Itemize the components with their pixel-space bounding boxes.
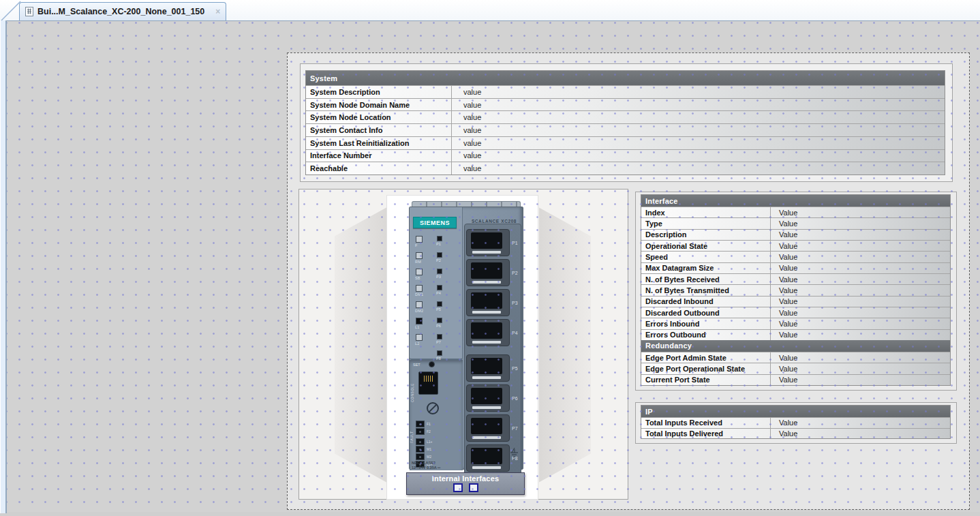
table-row: System Contact Infovalue bbox=[306, 123, 945, 136]
terminal-m1: M1 bbox=[416, 445, 432, 453]
system-table: SystemSystem DescriptionvalueSystem Node… bbox=[305, 70, 945, 175]
row-value: Value bbox=[771, 218, 950, 228]
faceplate-selection[interactable]: SystemSystem DescriptionvalueSystem Node… bbox=[287, 52, 970, 510]
port-label: P1 bbox=[512, 241, 518, 245]
window-left-edge bbox=[0, 20, 7, 513]
terminal-pin bbox=[416, 453, 425, 460]
table-row: SpeedValue bbox=[641, 251, 950, 262]
port-label: P2 bbox=[512, 271, 518, 275]
led-p6: P6 bbox=[435, 318, 452, 334]
led-label: L1 bbox=[415, 325, 420, 329]
rj45-port-row: P4 bbox=[466, 318, 518, 348]
system-group-box: SystemSystem DescriptionvalueSystem Node… bbox=[300, 63, 953, 182]
row-label-edge-port-operational-state: Edge Port Operational State bbox=[641, 363, 771, 374]
internal-interfaces-label: Internal Interfaces bbox=[407, 474, 524, 483]
led-label: P4 bbox=[436, 291, 441, 295]
led-p7: P7 bbox=[435, 334, 452, 350]
rj45-port-p2 bbox=[466, 259, 510, 286]
table-row: N. of Bytes ReceivedValue bbox=[641, 273, 950, 284]
led-lamp bbox=[416, 285, 423, 292]
console-port bbox=[418, 371, 438, 395]
table-header-ip: IP bbox=[641, 406, 950, 417]
row-value: Value bbox=[771, 330, 950, 340]
row-label-reachable: Reachable bbox=[306, 162, 452, 174]
table-row: TypeValue bbox=[641, 217, 950, 228]
row-label-n-of-bytes-received: N. of Bytes Received bbox=[641, 274, 771, 284]
power-rating-text: NEC CLASS2 12...24V 0.35A ⎓ bbox=[412, 461, 440, 470]
design-canvas[interactable]: SystemSystem DescriptionvalueSystem Node… bbox=[7, 20, 980, 512]
led-lamp bbox=[416, 236, 423, 243]
row-value: value bbox=[452, 86, 945, 98]
table-row: Operational StateValue bbox=[641, 240, 950, 251]
row-value: value bbox=[452, 150, 945, 162]
device-body: SIEMENS FRMSBDM1DM2L1L2 P1P2P3P4P5P6P7P8… bbox=[409, 207, 523, 470]
table-row: Interface Numbervalue bbox=[306, 149, 945, 162]
table-row: System Descriptionvalue bbox=[306, 85, 945, 98]
terminal-pin bbox=[416, 446, 425, 453]
led-p4: P4 bbox=[435, 285, 452, 301]
table-row: IndexValue bbox=[641, 207, 950, 217]
row-label-errors-inbound: Errors Inbound bbox=[641, 318, 771, 329]
table-row: N. of Bytes TransmittedValue bbox=[641, 284, 950, 295]
row-value: value bbox=[452, 111, 945, 123]
led-label: P7 bbox=[436, 340, 441, 344]
device-model-label: SCALANCE XC208 bbox=[464, 219, 524, 224]
internal-interface-button-1[interactable] bbox=[453, 483, 463, 492]
terminal-label: F2 bbox=[427, 429, 431, 434]
tab-title: Bui...M_Scalance_XC-200_None_001_150 bbox=[37, 7, 204, 16]
photo-left-shading bbox=[335, 202, 386, 488]
rj45-port-p5 bbox=[466, 354, 510, 382]
led-sb: SB bbox=[414, 269, 431, 285]
led-l2: L2 bbox=[414, 334, 431, 350]
row-label-n-of-bytes-transmitted: N. of Bytes Transmitted bbox=[641, 285, 771, 295]
internal-interface-button-2[interactable] bbox=[469, 483, 478, 492]
tab-close-icon[interactable]: × bbox=[215, 7, 220, 16]
terminal-l1: L1+ bbox=[416, 438, 432, 445]
row-label-max-datagram-size: Max Datagram Size bbox=[641, 263, 771, 273]
port-label: P7 bbox=[512, 426, 518, 431]
port-label: P3 bbox=[512, 301, 518, 305]
device-image-box: SIEMENS FRMSBDM1DM2L1L2 P1P2P3P4P5P6P7P8… bbox=[298, 189, 628, 500]
led-lamp bbox=[437, 334, 442, 339]
rj45-port-row: P1 bbox=[466, 228, 518, 258]
row-label-interface-number: Interface Number bbox=[306, 150, 452, 162]
row-value: Value bbox=[771, 297, 950, 307]
rj45-port-p3 bbox=[466, 289, 510, 316]
row-value: Value bbox=[771, 263, 950, 273]
led-label: F bbox=[415, 243, 418, 247]
table-row: Errors OutboundValue bbox=[641, 329, 950, 340]
terminal-label: M2 bbox=[427, 455, 431, 459]
row-value: Value bbox=[771, 241, 950, 251]
status-led-column: FRMSBDM1DM2L1L2 bbox=[414, 236, 431, 350]
table-row: DescriptionValue bbox=[641, 229, 950, 240]
row-label-total-inputs-received: Total Inputs Received bbox=[641, 418, 771, 428]
row-label-description: Description bbox=[641, 230, 771, 240]
table-row: System Last Reinitializationvalue bbox=[306, 136, 945, 149]
led-label: DM2 bbox=[415, 309, 423, 313]
port-group-1: P1P2P3P4 bbox=[466, 228, 518, 348]
led-lamp bbox=[416, 334, 423, 341]
row-label-speed: Speed bbox=[641, 252, 771, 262]
led-l1: L1 bbox=[414, 318, 431, 334]
led-lamp bbox=[437, 285, 442, 290]
row-value: Value bbox=[771, 252, 950, 262]
led-p2: P2 bbox=[435, 252, 452, 269]
row-value: Value bbox=[771, 352, 950, 363]
led-f: F bbox=[414, 236, 431, 252]
tab-bar: Bui...M_Scalance_XC-200_None_001_150 × bbox=[0, 0, 980, 20]
rj45-port-row: P7 bbox=[466, 413, 518, 443]
table-row: System Node Locationvalue bbox=[306, 110, 945, 123]
led-dm1: DM1 bbox=[414, 285, 431, 301]
row-value: Value bbox=[771, 274, 950, 284]
led-lamp bbox=[437, 252, 442, 258]
row-label-index: Index bbox=[641, 207, 771, 217]
row-label-discarded-outbound: Discarded Outbound bbox=[641, 307, 771, 318]
device-led-module: SIEMENS FRMSBDM1DM2L1L2 P1P2P3P4P5P6P7P8 bbox=[410, 207, 463, 360]
row-label-total-inputs-delivered: Total Inputs Delivered bbox=[641, 429, 771, 439]
ip-group-box: IPTotal Inputs ReceivedValueTotal Inputs… bbox=[635, 402, 957, 444]
table-header-interface: Interface bbox=[641, 195, 950, 207]
terminal-pin bbox=[416, 421, 425, 427]
row-value: Value bbox=[771, 285, 950, 295]
port-label: P4 bbox=[512, 331, 518, 335]
document-tab[interactable]: Bui...M_Scalance_XC-200_None_001_150 × bbox=[19, 2, 226, 20]
